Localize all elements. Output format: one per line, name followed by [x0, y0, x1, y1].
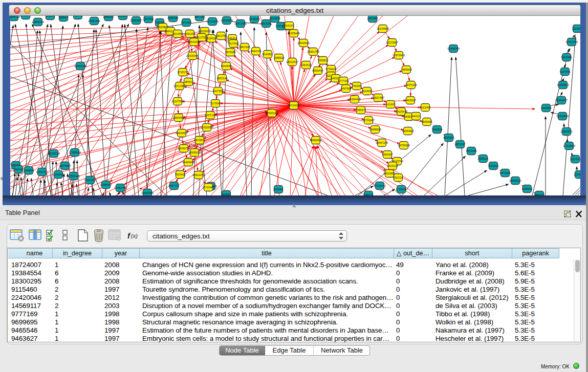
svg-text:1588520: 1588520 — [274, 56, 285, 59]
svg-text:8990443: 8990443 — [313, 69, 323, 72]
svg-text:8813054: 8813054 — [261, 22, 272, 25]
svg-text:14055724: 14055724 — [10, 16, 20, 18]
svg-text:19166827: 19166827 — [176, 132, 188, 135]
svg-text:2867608: 2867608 — [239, 46, 250, 49]
svg-text:1071915: 1071915 — [181, 21, 192, 24]
svg-text:3875685: 3875685 — [225, 51, 236, 54]
svg-text:16210643: 16210643 — [556, 115, 569, 118]
svg-text:9464101: 9464101 — [534, 193, 545, 195]
svg-text:15751074: 15751074 — [565, 40, 578, 43]
svg-text:9553287: 9553287 — [118, 16, 128, 17]
svg-text:3912954: 3912954 — [172, 32, 183, 35]
svg-text:16107552: 16107552 — [171, 100, 184, 103]
svg-text:16409948: 16409948 — [182, 161, 194, 164]
svg-text:13716465: 13716465 — [202, 186, 214, 189]
svg-text:9463627: 9463627 — [405, 99, 416, 102]
svg-text:1615132: 1615132 — [387, 164, 398, 167]
svg-text:9242848: 9242848 — [221, 64, 232, 68]
svg-text:17957253: 17957253 — [84, 179, 96, 182]
svg-text:7632621: 7632621 — [488, 164, 499, 167]
svg-text:1034501: 1034501 — [574, 173, 581, 176]
svg-text:18322037: 18322037 — [286, 60, 298, 63]
svg-text:8813054: 8813054 — [270, 17, 280, 20]
svg-text:15720407: 15720407 — [362, 119, 375, 122]
svg-text:6497568: 6497568 — [341, 87, 352, 90]
svg-text:11958107: 11958107 — [100, 183, 112, 186]
svg-text:10553287: 10553287 — [130, 19, 142, 22]
svg-text:12505115: 12505115 — [68, 174, 80, 178]
svg-text:1657135: 1657135 — [194, 16, 205, 18]
svg-text:12375115: 12375115 — [405, 83, 417, 86]
svg-text:17359924: 17359924 — [69, 151, 81, 154]
svg-text:9227342: 9227342 — [560, 70, 571, 73]
svg-text:17016504: 17016504 — [563, 144, 575, 147]
svg-text:10543362: 10543362 — [188, 40, 200, 43]
svg-text:9245612: 9245612 — [522, 187, 533, 190]
svg-text:8427552: 8427552 — [213, 90, 224, 93]
svg-text:5873832: 5873832 — [194, 139, 205, 142]
svg-text:191541: 191541 — [14, 168, 23, 171]
svg-text:1733426: 1733426 — [396, 188, 407, 191]
svg-text:16154808: 16154808 — [377, 27, 389, 30]
svg-text:19384554: 19384554 — [310, 139, 322, 142]
svg-text:9384067: 9384067 — [382, 153, 393, 156]
svg-text:2087682: 2087682 — [367, 17, 378, 20]
svg-text:18300212: 18300212 — [266, 112, 278, 115]
svg-text:16914479: 16914479 — [192, 173, 205, 177]
svg-text:11325419: 11325419 — [288, 32, 300, 35]
svg-text:7485063: 7485063 — [401, 68, 412, 71]
svg-text:18407249: 18407249 — [376, 141, 388, 144]
svg-text:9146821: 9146821 — [263, 53, 273, 56]
svg-text:203342: 203342 — [73, 16, 82, 17]
svg-text:958814: 958814 — [59, 16, 68, 19]
svg-text:1362615: 1362615 — [301, 63, 312, 67]
svg-text:1812750: 1812750 — [216, 34, 227, 37]
svg-text:2069140: 2069140 — [20, 16, 31, 17]
svg-text:815440: 815440 — [274, 188, 283, 191]
svg-text:16571355: 16571355 — [234, 22, 247, 25]
svg-text:16033809: 16033809 — [221, 19, 233, 22]
svg-text:1156829: 1156829 — [24, 169, 34, 172]
svg-text:21364436: 21364436 — [349, 98, 361, 101]
svg-text:16046786: 16046786 — [178, 147, 190, 150]
svg-text:7955812: 7955812 — [318, 59, 329, 62]
svg-text:10973493: 10973493 — [393, 54, 405, 57]
svg-text:14136141: 14136141 — [374, 184, 386, 187]
svg-text:10025438: 10025438 — [395, 110, 407, 113]
svg-text:2935114: 2935114 — [478, 157, 489, 160]
svg-text:9474444: 9474444 — [466, 149, 477, 152]
svg-text:15692971: 15692971 — [560, 130, 573, 133]
svg-text:98461: 98461 — [185, 80, 192, 83]
svg-text:12923446: 12923446 — [141, 191, 154, 194]
svg-text:9657791: 9657791 — [169, 184, 180, 187]
svg-text:19654982: 19654982 — [172, 116, 185, 119]
svg-text:8454749: 8454749 — [251, 50, 262, 53]
svg-text:16648784: 16648784 — [447, 47, 460, 50]
svg-text:6734024: 6734024 — [326, 68, 337, 71]
svg-text:14055724: 14055724 — [32, 20, 44, 24]
svg-text:526107: 526107 — [285, 24, 294, 27]
svg-text:8267110: 8267110 — [205, 114, 216, 117]
svg-text:19756928: 19756928 — [398, 144, 410, 147]
svg-text:1640954: 1640954 — [432, 128, 443, 131]
svg-text:20691406: 20691406 — [88, 19, 100, 23]
svg-text:10688609: 10688609 — [369, 128, 381, 131]
svg-text:f: f — [127, 231, 131, 240]
svg-text:7515535: 7515535 — [249, 17, 260, 20]
svg-text:12353594: 12353594 — [201, 126, 213, 129]
svg-text:10654112: 10654112 — [509, 179, 521, 182]
svg-text:6839695: 6839695 — [422, 120, 432, 123]
svg-text:14524851: 14524851 — [383, 172, 396, 175]
svg-text:12444157: 12444157 — [555, 99, 568, 102]
svg-text:924501: 924501 — [222, 193, 231, 195]
svg-text:16961755: 16961755 — [307, 50, 319, 53]
svg-text:22420046: 22420046 — [186, 54, 199, 57]
svg-text:12093872: 12093872 — [557, 83, 569, 86]
svg-text:6879197: 6879197 — [455, 143, 466, 146]
svg-text:10719155: 10719155 — [206, 20, 219, 23]
svg-text:20206578: 20206578 — [48, 152, 60, 155]
svg-text:2718170: 2718170 — [178, 71, 188, 74]
svg-text:166374: 166374 — [46, 16, 55, 17]
svg-text:19375867: 19375867 — [59, 164, 71, 167]
svg-text:16782759: 16782759 — [114, 186, 126, 189]
